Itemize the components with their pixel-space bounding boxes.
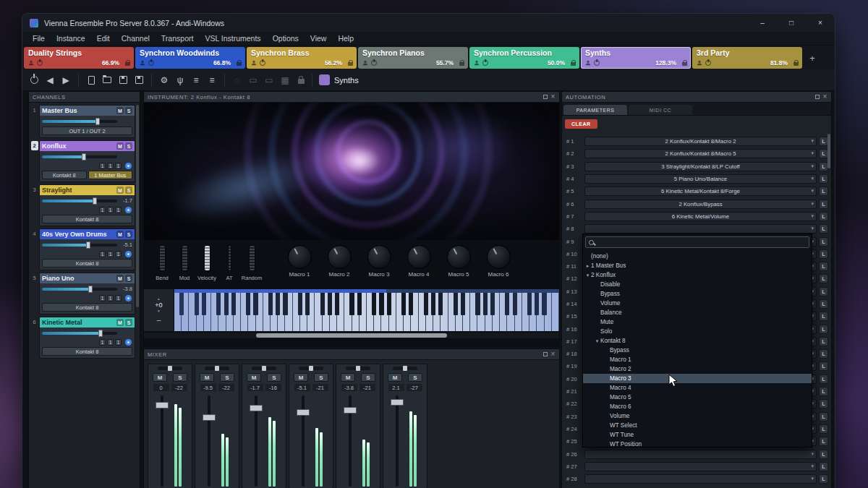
tree-expand-icon[interactable]: ▾	[584, 273, 591, 278]
latch-button[interactable]: L	[819, 237, 828, 247]
tree-item[interactable]: Volume	[583, 411, 812, 421]
latch-button[interactable]: L	[819, 274, 828, 283]
piano-black-key[interactable]	[483, 293, 488, 315]
midi-setting-box[interactable]: 1	[99, 251, 106, 257]
tree-item[interactable]: Balance	[583, 308, 812, 317]
volume-slider[interactable]	[42, 288, 117, 291]
close-icon[interactable]: ×	[551, 351, 556, 358]
solo-button[interactable]: S	[173, 373, 187, 382]
knob-macro-6[interactable]	[487, 245, 511, 269]
channel-header[interactable]: Piano Uno MS	[40, 273, 135, 283]
channels-scrollbar[interactable]	[136, 105, 139, 307]
volume-slider[interactable]	[42, 155, 117, 158]
volume-handle[interactable]	[95, 118, 100, 125]
latch-button[interactable]: L	[819, 399, 828, 408]
piano-black-key[interactable]	[253, 293, 258, 315]
piano-black-key[interactable]	[224, 293, 229, 315]
mute-button[interactable]: M	[116, 275, 124, 282]
mixer-strip[interactable]: MS 0-22	[148, 364, 192, 488]
undock-icon[interactable]	[815, 95, 820, 99]
instance-tab[interactable]: Duality Strings 66.9%	[24, 47, 134, 69]
volume-slider[interactable]	[42, 200, 117, 202]
fader-track[interactable]	[161, 395, 163, 487]
clear-button[interactable]: CLEAR	[565, 119, 597, 129]
tree-item[interactable]: Macro 2	[583, 364, 812, 374]
pan-handle[interactable]	[356, 366, 360, 371]
power-icon[interactable]	[148, 60, 154, 66]
piano-black-key[interactable]	[461, 293, 465, 315]
wheel-at[interactable]: AT	[223, 245, 236, 281]
instance-tab[interactable]: 3rd Party 81.8%	[692, 47, 802, 69]
volume-handle[interactable]	[98, 330, 103, 337]
undock-icon[interactable]	[543, 352, 548, 356]
latch-button[interactable]: L	[819, 212, 828, 221]
tree-expand-icon[interactable]: ▸	[584, 263, 591, 269]
midi-setting-box[interactable]: 1	[107, 251, 114, 257]
menu-item-edit[interactable]: Edit	[91, 33, 116, 44]
gain-value[interactable]: 0	[153, 384, 169, 391]
power-icon[interactable]	[371, 60, 377, 66]
channel-list-icon[interactable]: ≡	[205, 72, 219, 88]
solo-button[interactable]: S	[125, 231, 132, 238]
tree-item[interactable]: WT Tune	[583, 430, 812, 440]
instance-tab[interactable]: Synchron Woodwinds 66.8%	[135, 47, 245, 69]
power-icon[interactable]	[27, 72, 41, 88]
tab-midi-cc[interactable]: MIDI CC	[629, 105, 692, 115]
solo-button[interactable]: S	[125, 107, 132, 114]
power-icon[interactable]	[594, 60, 600, 66]
piano-black-key[interactable]	[372, 293, 376, 315]
solo-button[interactable]: S	[267, 373, 281, 382]
piano-black-key[interactable]	[527, 293, 532, 315]
parameter-dropdown[interactable]: 6 Kinetic Metal/Volume▾	[584, 212, 817, 221]
instance-tab[interactable]: Synths 128.3%	[581, 47, 691, 69]
volume-handle[interactable]	[93, 197, 97, 205]
piano-black-key[interactable]	[231, 293, 236, 315]
instance-tab[interactable]: Synchron Percussion 50.0%	[469, 47, 579, 69]
tree-item[interactable]: Macro 4	[583, 383, 812, 393]
pan-slider[interactable]	[205, 367, 229, 370]
parameter-dropdown[interactable]: 2 Konflux/Bypass▾	[584, 200, 817, 209]
latch-button[interactable]: L	[819, 424, 828, 434]
channel-header[interactable]: 40s Very Own Drums MS	[40, 229, 135, 239]
octave-control[interactable]: ▴ +0 ▾ –	[144, 289, 174, 331]
automation-scrollbar[interactable]	[827, 134, 830, 168]
channel-header[interactable]: Master Bus MS	[40, 106, 135, 116]
search-input[interactable]	[597, 239, 806, 246]
mute-button[interactable]: M	[153, 373, 167, 382]
piano-black-key[interactable]	[202, 293, 206, 315]
mute-button[interactable]: M	[116, 187, 124, 194]
mute-button[interactable]: M	[247, 373, 261, 382]
wheel-bar[interactable]	[182, 245, 188, 271]
knob-macro-2[interactable]	[328, 245, 352, 269]
midi-setting-box[interactable]: 1	[107, 295, 114, 301]
play-icon[interactable]: ▶	[59, 72, 73, 88]
volume-handle[interactable]	[82, 153, 86, 160]
parameter-dropdown[interactable]: 2 Konflux/Kontakt 8/Macro 2▾	[584, 137, 817, 146]
solo-button[interactable]: S	[361, 373, 375, 382]
menu-item-help[interactable]: Help	[332, 33, 359, 44]
solo-button[interactable]: S	[220, 373, 234, 382]
volume-slider[interactable]	[42, 244, 117, 247]
tab-parameters[interactable]: PARAMETERS	[563, 105, 627, 115]
fader-track[interactable]	[396, 395, 399, 487]
tree-item[interactable]: Volume	[583, 299, 812, 308]
latch-button[interactable]: L	[819, 387, 828, 396]
menu-item-instance[interactable]: Instance	[51, 33, 91, 44]
piano-black-key[interactable]	[276, 293, 280, 315]
instance-tab[interactable]: Synchron Pianos 55.7%	[358, 47, 468, 69]
plugin-button[interactable]: Kontakt 8	[42, 215, 132, 223]
mixer-strip[interactable]: MS -1.7-16	[242, 364, 286, 488]
fader-handle[interactable]	[156, 402, 169, 408]
parameter-dropdown[interactable]: ▾	[584, 224, 817, 234]
mute-button[interactable]: M	[341, 373, 355, 382]
menu-item-channel[interactable]: Channel	[116, 33, 156, 44]
midi-setting-box[interactable]: 1	[99, 207, 106, 213]
plugin-button[interactable]: Kontakt 8	[42, 303, 132, 312]
pan-handle[interactable]	[309, 366, 313, 371]
lock-icon[interactable]	[459, 62, 464, 66]
parameter-dropdown[interactable]: 5 Piano Uno/Balance▾	[584, 174, 817, 184]
lock-icon[interactable]	[237, 62, 242, 66]
mixer-strip[interactable]: MS -5.1-21	[289, 364, 333, 488]
channel-strip[interactable]: 4 40s Very Own Drums MS -5.1 111 Kontakt…	[30, 228, 135, 270]
piano-black-key[interactable]	[438, 293, 443, 315]
